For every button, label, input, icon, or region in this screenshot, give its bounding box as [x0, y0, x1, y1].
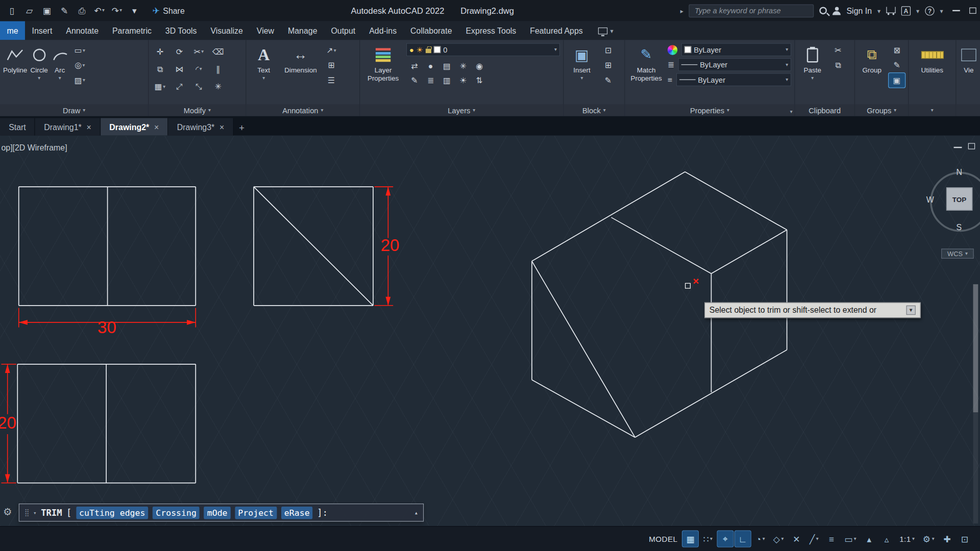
option-mode[interactable]: mOde: [204, 506, 231, 518]
circle-button[interactable]: Circle ▾: [30, 43, 47, 104]
dialog-launcher-icon[interactable]: ▾: [790, 109, 793, 114]
close-tab-icon[interactable]: ×: [219, 122, 224, 131]
viewcube[interactable]: TOP N W S: [929, 169, 980, 231]
tab-view[interactable]: View: [250, 21, 281, 40]
dimension-text[interactable]: 20: [0, 413, 16, 432]
mirror-icon[interactable]: ⋈: [172, 62, 188, 76]
cad-line[interactable]: [611, 217, 712, 273]
cad-line[interactable]: [532, 261, 635, 437]
panel-label-block[interactable]: Block▾: [564, 104, 624, 116]
layer-properties-button[interactable]: Layer Properties: [363, 43, 403, 104]
scrollbar-thumb[interactable]: [973, 284, 978, 412]
lineweight-list-icon[interactable]: ≣: [668, 60, 674, 69]
tab-add-ins[interactable]: Add-ins: [362, 21, 404, 40]
object-snap-tracking-icon[interactable]: ✕: [789, 531, 804, 547]
dimension-button[interactable]: ↔ Dimension: [281, 43, 320, 104]
table-icon[interactable]: ⊞: [323, 58, 339, 72]
isolate-objects-icon[interactable]: ⊡: [957, 531, 973, 547]
create-block-icon[interactable]: ⊞: [600, 58, 617, 72]
trim-icon[interactable]: ✂▾: [190, 44, 207, 59]
filetab-start[interactable]: Start: [0, 118, 35, 135]
minimize-button[interactable]: [952, 10, 960, 11]
cad-line[interactable]: [532, 380, 635, 437]
group-selection-icon[interactable]: ▣: [889, 73, 905, 87]
snap-mode-icon[interactable]: ∷ ▾: [700, 531, 716, 547]
vertical-scrollbar[interactable]: [973, 284, 978, 523]
lineweight-select[interactable]: ByLayer ▾: [678, 58, 791, 71]
layer-unisolate-icon[interactable]: ▥: [439, 73, 455, 87]
sign-in-button[interactable]: Sign In: [846, 6, 872, 15]
erase-icon[interactable]: ⌫: [210, 44, 226, 59]
explode-icon[interactable]: ✳: [210, 80, 226, 94]
option-project[interactable]: Project: [235, 506, 277, 518]
panel-label-properties[interactable]: Properties▾ ▾: [625, 104, 794, 116]
paste-button[interactable]: Paste ▾: [798, 43, 827, 104]
tab-annotate[interactable]: Annotate: [59, 21, 106, 40]
layer-thaw-icon[interactable]: ☀: [455, 73, 471, 87]
viewport-minimize-icon[interactable]: [954, 147, 962, 148]
open-file-icon[interactable]: ▱: [21, 3, 38, 18]
option-crossing[interactable]: Crossing: [153, 506, 200, 518]
insert-block-button[interactable]: ▣ Insert ▾: [567, 43, 597, 104]
cart-icon[interactable]: [886, 7, 895, 13]
group-edit-icon[interactable]: ✎: [889, 58, 905, 72]
dynamic-input-icon[interactable]: ⌖: [718, 531, 733, 547]
selection-cycling-icon[interactable]: ▭ ▾: [841, 531, 860, 547]
panel-label-utilities[interactable]: ▾: [909, 104, 955, 116]
block-editor-icon[interactable]: ⊡: [600, 43, 617, 57]
panel-label-annotation[interactable]: Annotation▾: [246, 104, 359, 116]
object-color-select[interactable]: ByLayer ▾: [681, 43, 792, 56]
fillet-icon[interactable]: ◜▾: [190, 62, 207, 76]
linetype-list-icon[interactable]: ≡: [668, 75, 672, 84]
save-icon[interactable]: ▣: [39, 3, 55, 18]
tab-parametric[interactable]: Parametric: [105, 21, 158, 40]
utilities-button[interactable]: Utilities: [912, 43, 952, 104]
ellipse-tool-icon[interactable]: ◎▾: [71, 58, 88, 72]
viewport-restore-icon[interactable]: [968, 143, 975, 149]
text-button[interactable]: A Text ▾: [250, 43, 278, 104]
display-settings-icon[interactable]: [598, 27, 607, 34]
search-icon[interactable]: [820, 7, 827, 14]
polar-tracking-icon[interactable]: ◔ ▾: [752, 531, 768, 547]
scale-icon[interactable]: ⤡: [190, 80, 207, 94]
panel-label-layers[interactable]: Layers▾: [360, 104, 563, 116]
layer-state-icon[interactable]: ⇄: [406, 59, 423, 73]
layer-freeze-icon[interactable]: ✳: [455, 59, 471, 73]
help-caret-icon[interactable]: ▾: [940, 7, 943, 14]
undo-icon[interactable]: ↶▾: [91, 3, 108, 18]
option-cutting-edges[interactable]: cuTting edges: [76, 506, 149, 518]
save-as-icon[interactable]: ✎: [56, 3, 72, 18]
clean-screen-icon[interactable]: ✚: [939, 531, 955, 547]
filetab-drawing3[interactable]: Drawing3* ×: [168, 118, 234, 135]
layer-select[interactable]: ● ☀ 0 ▾: [406, 43, 560, 56]
close-tab-icon[interactable]: ×: [87, 122, 91, 131]
annotation-scale-icon[interactable]: 1:1 ▾: [896, 531, 918, 547]
viewcube-north[interactable]: N: [956, 167, 962, 177]
layer-isolate-icon[interactable]: ▤: [439, 59, 455, 73]
new-file-icon[interactable]: ▯: [4, 3, 20, 18]
restore-button[interactable]: [969, 8, 976, 14]
filetab-drawing1[interactable]: Drawing1* ×: [35, 118, 101, 135]
dimension-text[interactable]: 20: [381, 236, 400, 255]
stretch-icon[interactable]: ⤢: [172, 80, 188, 94]
ungroup-icon[interactable]: ⊠: [889, 43, 905, 57]
grid-icon[interactable]: ▦: [682, 531, 698, 547]
view-button-partial[interactable]: Vie: [960, 43, 978, 104]
viewcube-top-face[interactable]: TOP: [946, 187, 972, 210]
user-icon[interactable]: [833, 7, 841, 15]
tab-featured-apps[interactable]: Featured Apps: [523, 21, 590, 40]
command-grip-icon[interactable]: ⣿: [24, 509, 29, 517]
copy-clip-icon[interactable]: ⧉: [830, 58, 846, 72]
tab-output[interactable]: Output: [324, 21, 362, 40]
tab-visualize[interactable]: Visualize: [204, 21, 250, 40]
display-settings-caret-icon[interactable]: ▾: [610, 27, 614, 34]
close-tab-icon[interactable]: ×: [154, 122, 159, 131]
copy-icon[interactable]: ⧉: [152, 62, 168, 76]
linetype-select[interactable]: ByLayer ▾: [676, 73, 791, 86]
help-icon[interactable]: ?: [925, 6, 934, 15]
dimension-text[interactable]: 30: [97, 318, 116, 337]
layer-lock-icon[interactable]: ◉: [471, 59, 487, 73]
rectangle-tool-icon[interactable]: ▭▾: [71, 43, 88, 57]
arc-button[interactable]: Arc ▾: [51, 43, 68, 104]
sign-in-caret-icon[interactable]: ▾: [877, 7, 880, 14]
